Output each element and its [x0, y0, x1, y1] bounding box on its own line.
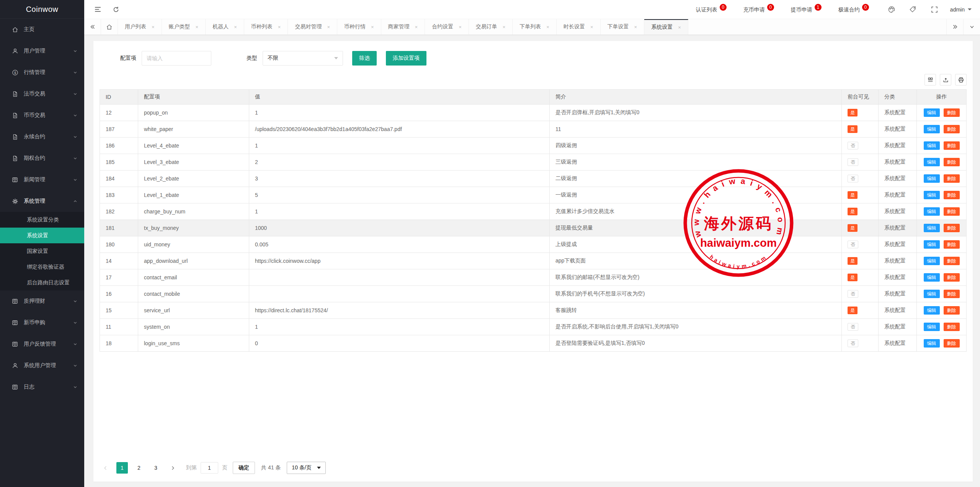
delete-button[interactable]: 删除 [944, 306, 960, 315]
edit-button[interactable]: 编辑 [924, 290, 940, 298]
sidebar-item-logs[interactable]: 日志 [0, 376, 84, 398]
tabs-menu-icon[interactable] [963, 19, 980, 34]
tab-10[interactable]: 时长设置× [557, 19, 601, 34]
add-setting-button[interactable]: 添加设置项 [386, 51, 426, 66]
sidebar-subitem-backend-route-log[interactable]: 后台路由日志设置 [0, 275, 84, 290]
tab-close-icon[interactable]: × [590, 24, 593, 30]
tab-close-icon[interactable]: × [415, 24, 418, 30]
delete-button[interactable]: 删除 [944, 323, 960, 331]
sidebar-subitem-country-settings[interactable]: 国家设置 [0, 243, 84, 259]
page-size-select[interactable]: 10 条/页 [287, 462, 325, 474]
edit-button[interactable]: 编辑 [924, 257, 940, 265]
delete-button[interactable]: 删除 [944, 141, 960, 150]
sidebar-item-user-mgmt[interactable]: 用户管理 [0, 40, 84, 62]
sidebar-item-perpetual-contract[interactable]: 永续合约 [0, 126, 84, 148]
goto-confirm-button[interactable]: 确定 [233, 462, 255, 474]
tab-9[interactable]: 下单列表× [513, 19, 557, 34]
goto-page-input[interactable] [201, 462, 218, 474]
edit-button[interactable]: 编辑 [924, 224, 940, 232]
delete-button[interactable]: 删除 [944, 207, 960, 216]
edit-button[interactable]: 编辑 [924, 323, 940, 331]
tab-close-icon[interactable]: × [459, 24, 462, 30]
delete-button[interactable]: 删除 [944, 290, 960, 298]
user-menu[interactable]: admin [950, 7, 972, 13]
export-icon[interactable] [940, 74, 951, 85]
tab-11[interactable]: 下单设置× [601, 19, 645, 34]
sidebar-subitem-system-setting-category[interactable]: 系统设置分类 [0, 212, 84, 228]
print-icon[interactable] [955, 74, 967, 85]
tab-close-icon[interactable]: × [152, 24, 155, 30]
header-shortcut-fast-contract[interactable]: 极速合约0 [838, 6, 869, 13]
tab-close-icon[interactable]: × [678, 25, 681, 30]
page-button-3[interactable]: 3 [150, 462, 162, 474]
home-tab-icon[interactable] [101, 19, 118, 34]
sidebar-item-home[interactable]: 主页 [0, 19, 84, 40]
header-shortcut-auth-list[interactable]: 认证列表0 [696, 6, 727, 13]
delete-button[interactable]: 删除 [944, 158, 960, 166]
edit-button[interactable]: 编辑 [924, 174, 940, 183]
type-select[interactable]: 不限 [263, 51, 343, 66]
delete-button[interactable]: 删除 [944, 108, 960, 117]
tag-icon[interactable] [907, 4, 919, 15]
delete-button[interactable]: 删除 [944, 224, 960, 232]
header-shortcut-withdraw-request[interactable]: 提币申请1 [791, 6, 822, 13]
tab-0[interactable]: 用户列表× [118, 19, 162, 34]
tab-3[interactable]: 币种列表× [244, 19, 288, 34]
sidebar-subitem-system-settings[interactable]: 系统设置 [0, 228, 84, 243]
tab-close-icon[interactable]: × [546, 24, 549, 30]
tab-2[interactable]: 机器人× [206, 19, 244, 34]
tabs-scroll-left-icon[interactable] [84, 19, 101, 34]
sidebar-item-option-contract[interactable]: 期权合约 [0, 148, 84, 169]
sidebar-item-staking-finance[interactable]: 质押理财 [0, 290, 84, 312]
edit-button[interactable]: 编辑 [924, 141, 940, 150]
sidebar-item-fiat-trade[interactable]: 法币交易 [0, 83, 84, 105]
delete-button[interactable]: 删除 [944, 174, 960, 183]
tab-close-icon[interactable]: × [634, 24, 637, 30]
edit-button[interactable]: 编辑 [924, 158, 940, 166]
page-button-2[interactable]: 2 [133, 462, 145, 474]
tab-close-icon[interactable]: × [503, 24, 506, 30]
tab-7[interactable]: 合约设置× [425, 19, 469, 34]
delete-button[interactable]: 删除 [944, 125, 960, 133]
edit-button[interactable]: 编辑 [924, 306, 940, 315]
filter-columns-icon[interactable] [924, 74, 936, 85]
sidebar-item-coin-trade[interactable]: 币币交易 [0, 105, 84, 126]
delete-button[interactable]: 删除 [944, 273, 960, 282]
filter-button[interactable]: 筛选 [352, 51, 377, 66]
edit-button[interactable]: 编辑 [924, 240, 940, 249]
refresh-icon[interactable] [109, 3, 122, 16]
config-key-input[interactable] [142, 51, 211, 66]
sidebar-item-market-mgmt[interactable]: $行情管理 [0, 62, 84, 83]
fullscreen-icon[interactable] [929, 4, 940, 15]
tabs-scroll-right-icon[interactable] [946, 19, 963, 34]
delete-button[interactable]: 删除 [944, 339, 960, 348]
edit-button[interactable]: 编辑 [924, 108, 940, 117]
sidebar-item-news-mgmt[interactable]: 新闻管理 [0, 169, 84, 190]
header-shortcut-deposit-request[interactable]: 充币申请0 [743, 6, 774, 13]
edit-button[interactable]: 编辑 [924, 125, 940, 133]
tab-4[interactable]: 交易对管理× [288, 19, 337, 34]
delete-button[interactable]: 删除 [944, 257, 960, 265]
tab-12[interactable]: 系统设置× [644, 19, 688, 34]
theme-palette-icon[interactable] [886, 4, 897, 15]
sidebar-item-new-coin-subscribe[interactable]: 新币申购 [0, 312, 84, 333]
tab-8[interactable]: 交易订单× [469, 19, 513, 34]
tab-close-icon[interactable]: × [196, 24, 199, 30]
tab-1[interactable]: 账户类型× [162, 19, 206, 34]
tab-close-icon[interactable]: × [327, 24, 330, 30]
tab-5[interactable]: 币种行情× [337, 19, 381, 34]
page-button-1[interactable]: 1 [116, 462, 128, 474]
delete-button[interactable]: 删除 [944, 191, 960, 199]
tab-close-icon[interactable]: × [234, 24, 237, 30]
prev-page-icon[interactable] [100, 462, 111, 474]
edit-button[interactable]: 编辑 [924, 273, 940, 282]
sidebar-item-system-mgmt[interactable]: 系统管理 [0, 190, 84, 212]
edit-button[interactable]: 编辑 [924, 339, 940, 348]
sidebar-item-system-user-mgmt[interactable]: 系统用户管理 [0, 355, 84, 376]
collapse-sidebar-icon[interactable] [91, 3, 104, 16]
tab-close-icon[interactable]: × [278, 24, 281, 30]
tab-close-icon[interactable]: × [371, 24, 374, 30]
delete-button[interactable]: 删除 [944, 240, 960, 249]
sidebar-item-user-feedback-mgmt[interactable]: 用户反馈管理 [0, 333, 84, 355]
edit-button[interactable]: 编辑 [924, 207, 940, 216]
